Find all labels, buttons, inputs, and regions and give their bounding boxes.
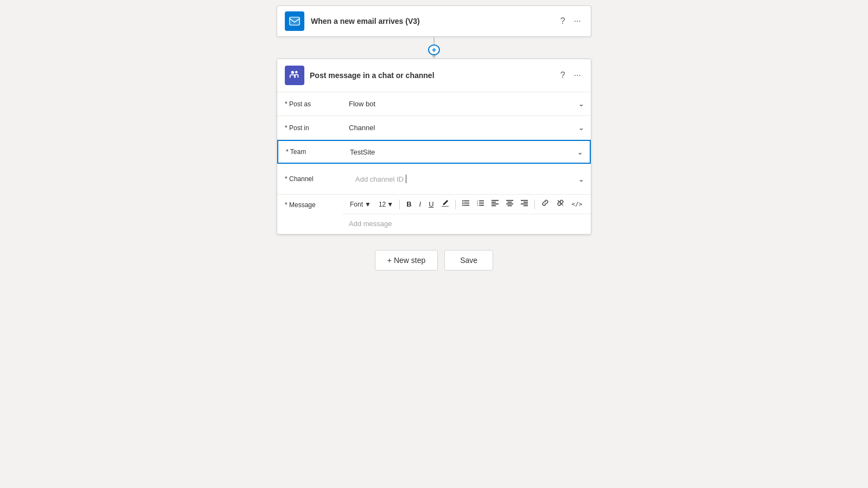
align-right-button[interactable] — [518, 198, 531, 210]
svg-rect-11 — [479, 202, 484, 203]
post-as-control: Flow bot ⌄ — [342, 94, 591, 113]
channel-row: * Channel Add channel ID ⌄ — [277, 164, 591, 195]
save-button[interactable]: Save — [444, 250, 493, 271]
bullet-list-button[interactable] — [459, 198, 472, 210]
svg-rect-21 — [507, 205, 512, 206]
post-as-row: * Post as Flow bot ⌄ — [277, 92, 591, 116]
post-as-label: * Post as — [277, 95, 342, 113]
team-chevron-icon: ⌄ — [577, 148, 583, 156]
message-editor: Font ▼ 12 ▼ B I U — [342, 195, 591, 234]
action-more-button[interactable]: ··· — [572, 69, 583, 81]
bottom-actions: + New step Save — [375, 250, 493, 271]
channel-cursor — [406, 175, 406, 183]
post-in-control: Channel ⌄ — [342, 118, 591, 137]
toolbar-separator-2 — [455, 200, 456, 209]
svg-rect-0 — [290, 17, 299, 25]
svg-rect-5 — [464, 202, 469, 203]
trigger-card: When a new email arrives (V3) ? ··· — [277, 5, 591, 37]
bold-button[interactable]: B — [404, 198, 414, 210]
action-header-actions: ? ··· — [558, 69, 583, 81]
svg-rect-14 — [492, 200, 499, 201]
svg-rect-19 — [507, 202, 512, 203]
action-icon — [285, 66, 304, 85]
font-size-value: 12 — [379, 201, 386, 208]
underline-button[interactable]: U — [426, 198, 436, 210]
team-control: TestSite ⌄ — [343, 143, 590, 162]
align-center-button[interactable] — [503, 198, 516, 210]
team-value: TestSite — [350, 148, 375, 156]
connector-line — [433, 37, 435, 44]
svg-rect-23 — [523, 202, 527, 203]
action-help-button[interactable]: ? — [558, 69, 567, 81]
svg-rect-20 — [506, 203, 513, 204]
trigger-icon — [285, 11, 304, 31]
svg-rect-18 — [506, 200, 513, 201]
align-left-button[interactable] — [489, 198, 501, 210]
code-button[interactable]: </> — [569, 199, 585, 209]
post-in-chevron-icon: ⌄ — [578, 124, 584, 132]
svg-rect-13 — [479, 204, 484, 206]
italic-button[interactable]: I — [417, 198, 424, 210]
svg-point-4 — [462, 202, 463, 203]
post-in-row: * Post in Channel ⌄ — [277, 116, 591, 140]
channel-placeholder: Add channel ID — [355, 175, 404, 183]
connector: + — [428, 37, 440, 59]
trigger-actions: ? ··· — [558, 15, 583, 27]
font-chevron-icon: ▼ — [365, 201, 371, 208]
message-toolbar: Font ▼ 12 ▼ B I U — [342, 195, 591, 214]
post-in-dropdown[interactable]: Channel ⌄ — [342, 118, 591, 137]
channel-input: Add channel ID — [349, 169, 413, 189]
team-row: * Team TestSite ⌄ — [277, 140, 591, 164]
channel-dropdown[interactable]: Add channel ID ⌄ — [342, 164, 591, 194]
channel-label: * Channel — [277, 170, 342, 188]
font-size-dropdown[interactable]: 12 ▼ — [376, 200, 395, 209]
toolbar-separator-1 — [399, 200, 400, 209]
svg-rect-7 — [464, 204, 469, 206]
channel-chevron-icon: ⌄ — [578, 175, 584, 183]
svg-rect-22 — [521, 200, 528, 201]
trigger-title: When a new email arrives (V3) — [311, 17, 552, 25]
post-as-value: Flow bot — [349, 100, 375, 108]
font-size-chevron-icon: ▼ — [387, 201, 393, 208]
message-row: * Message Font ▼ 12 ▼ B I U — [277, 195, 591, 234]
message-placeholder[interactable]: Add message — [342, 214, 591, 234]
post-in-label: * Post in — [277, 119, 342, 137]
highlight-button[interactable] — [439, 198, 451, 210]
trigger-more-button[interactable]: ··· — [572, 15, 583, 27]
svg-text:3.: 3. — [477, 204, 478, 207]
svg-point-2 — [462, 200, 463, 201]
add-step-button[interactable]: + — [428, 44, 440, 55]
svg-rect-17 — [492, 205, 496, 206]
team-dropdown[interactable]: TestSite ⌄ — [343, 143, 590, 162]
svg-rect-25 — [523, 205, 527, 206]
unlink-button[interactable] — [554, 198, 567, 210]
new-step-button[interactable]: + New step — [375, 250, 438, 271]
post-as-chevron-icon: ⌄ — [578, 100, 584, 108]
post-as-dropdown[interactable]: Flow bot ⌄ — [342, 94, 591, 113]
font-label: Font — [350, 201, 363, 208]
link-button[interactable] — [539, 198, 552, 210]
svg-rect-15 — [492, 202, 496, 203]
svg-rect-3 — [464, 200, 469, 201]
channel-control: Add channel ID ⌄ — [342, 164, 591, 194]
toolbar-separator-3 — [534, 200, 535, 209]
message-label: * Message — [277, 195, 342, 214]
svg-rect-16 — [492, 203, 499, 204]
action-title: Post message in a chat or channel — [310, 71, 553, 80]
svg-point-6 — [462, 204, 463, 206]
post-in-value: Channel — [349, 124, 375, 132]
svg-rect-9 — [479, 200, 484, 201]
font-dropdown[interactable]: Font ▼ — [348, 200, 373, 209]
action-card: Post message in a chat or channel ? ··· … — [277, 59, 591, 235]
team-label: * Team — [278, 143, 343, 161]
numbered-list-button[interactable]: 1.2.3. — [474, 198, 487, 210]
trigger-help-button[interactable]: ? — [558, 15, 567, 27]
svg-rect-24 — [521, 203, 528, 204]
action-header: Post message in a chat or channel ? ··· — [277, 59, 591, 92]
